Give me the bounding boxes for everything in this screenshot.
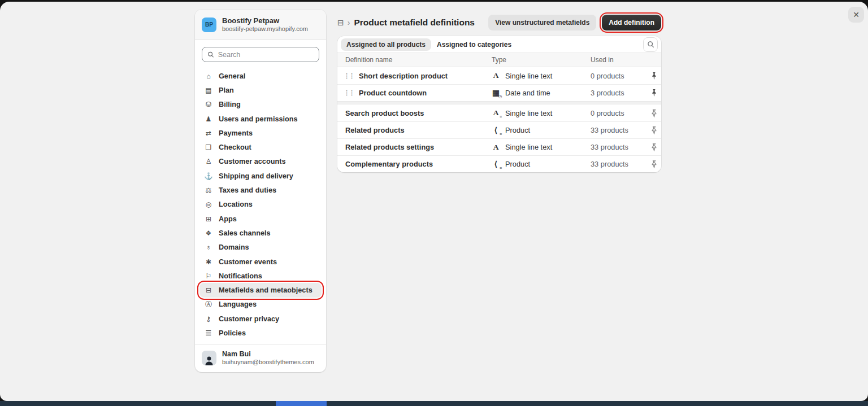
type-label: Single line text — [505, 109, 552, 117]
type-label: Product — [505, 126, 530, 134]
definition-name-cell: Complementary products — [337, 160, 492, 168]
metafield-definitions-card: Assigned to all products Assigned to cat… — [337, 36, 661, 172]
drag-handle-icon[interactable]: ⋮⋮ — [344, 90, 354, 96]
type-cell: ⟨≡ Product — [492, 159, 591, 169]
store-header[interactable]: BP Boostify Petpaw boostify-petpaw.mysho… — [195, 10, 326, 40]
pin-outline-icon[interactable] — [650, 126, 658, 134]
sidebar-item-label: Plan — [219, 86, 234, 94]
sidebar-item-customer-accounts[interactable]: ♙Customer accounts — [199, 155, 322, 169]
view-unstructured-metafields-button[interactable]: View unstructured metafields — [488, 15, 596, 30]
sidebar-item-label: Checkout — [219, 143, 251, 151]
close-button[interactable]: ✕ — [848, 7, 864, 23]
type-cell: A≡ Single line text — [492, 108, 591, 117]
pin-cell — [647, 109, 661, 117]
table-row[interactable]: Related products ⟨≡ Product 33 products — [337, 121, 661, 138]
users-icon: ♟ — [204, 115, 213, 123]
translate-icon: Ⓐ — [204, 300, 213, 309]
sidebar-item-label: Metafields and metaobjects — [219, 286, 313, 294]
date-and-time-icon: ▦◷ — [492, 88, 500, 98]
definition-name: Search product boosts — [345, 109, 424, 117]
sidebar-item-users-and-permissions[interactable]: ♟Users and permissions — [199, 112, 322, 126]
table-row[interactable]: Search product boosts A≡ Single line tex… — [337, 104, 661, 121]
metafields-box-icon: ⊟ — [204, 286, 213, 294]
type-label: Single line text — [505, 143, 552, 151]
table-row[interactable]: Related products settings A Single line … — [337, 138, 661, 155]
settings-nav: ⌂General ▤Plan ⛁Billing ♟Users and permi… — [195, 68, 326, 344]
table-row[interactable]: ⋮⋮ Short description product A Single li… — [337, 67, 661, 84]
sidebar-item-policies[interactable]: ☰Policies — [199, 326, 322, 340]
sidebar-item-apps[interactable]: ⊞Apps — [199, 212, 322, 226]
drag-handle-icon[interactable]: ⋮⋮ — [344, 73, 354, 79]
page-title: Product metafield definitions — [354, 18, 475, 28]
type-label: Date and time — [505, 89, 550, 97]
sidebar-item-label: Domains — [219, 243, 249, 251]
used-in-cell: 0 products — [591, 72, 647, 80]
person-silhouette-icon — [203, 355, 215, 365]
tab-assigned-to-categories[interactable]: Assigned to categories — [431, 38, 517, 51]
sidebar-item-customer-privacy[interactable]: ⚷Customer privacy — [199, 312, 322, 326]
sidebar-item-shipping-and-delivery[interactable]: ⚓Shipping and delivery — [199, 169, 322, 183]
sidebar-item-label: Policies — [219, 329, 246, 337]
sidebar-item-customer-events[interactable]: ✱Customer events — [199, 255, 322, 269]
used-in-cell: 33 products — [591, 143, 647, 151]
type-cell: ▦◷ Date and time — [492, 88, 591, 98]
metafields-breadcrumb-icon[interactable]: ⊟ — [337, 18, 344, 27]
single-line-text-list-icon: A≡ — [492, 108, 500, 117]
sidebar-item-general[interactable]: ⌂General — [199, 69, 322, 83]
user-footer[interactable]: Nam Bui buihuynam@boostifythemes.com — [195, 344, 326, 372]
sidebar-item-taxes-and-duties[interactable]: ⚖Taxes and duties — [199, 183, 322, 197]
location-pin-icon: ◎ — [204, 200, 213, 208]
sidebar-item-label: Sales channels — [219, 229, 271, 237]
apps-grid-icon: ⊞ — [204, 215, 213, 223]
sidebar-item-billing[interactable]: ⛁Billing — [199, 98, 322, 112]
sidebar-item-label: General — [219, 72, 245, 80]
settings-sidebar: BP Boostify Petpaw boostify-petpaw.mysho… — [195, 10, 326, 372]
tab-assigned-to-all-products[interactable]: Assigned to all products — [341, 38, 431, 51]
bell-icon: ⚐ — [204, 272, 213, 280]
globe-icon: ♁ — [204, 243, 213, 251]
user-info: Nam Bui buihuynam@boostifythemes.com — [222, 350, 314, 366]
close-icon: ✕ — [853, 10, 860, 19]
tab-bar: Assigned to all products Assigned to cat… — [337, 36, 661, 53]
used-in-cell: 33 products — [591, 126, 647, 134]
pin-filled-icon[interactable] — [650, 89, 658, 97]
add-definition-button[interactable]: Add definition — [602, 15, 661, 30]
sidebar-item-languages[interactable]: ⒶLanguages — [199, 298, 322, 312]
sidebar-item-locations[interactable]: ◎Locations — [199, 198, 322, 212]
table-search-button[interactable] — [643, 37, 658, 52]
pin-outline-icon[interactable] — [650, 143, 658, 151]
single-line-text-icon: A — [492, 71, 500, 80]
search-input[interactable] — [218, 51, 314, 59]
sidebar-item-label: Apps — [219, 215, 237, 223]
store-domain: boostify-petpaw.myshopify.com — [222, 25, 308, 33]
used-in-cell: 0 products — [591, 109, 647, 117]
used-in-cell: 33 products — [591, 160, 647, 168]
sidebar-item-domains[interactable]: ♁Domains — [199, 241, 322, 255]
table-row[interactable]: Complementary products ⟨≡ Product 33 pro… — [337, 155, 661, 172]
store-avatar: BP — [202, 18, 216, 32]
sidebar-item-notifications[interactable]: ⚐Notifications — [199, 269, 322, 283]
table-row[interactable]: ⋮⋮ Product countdown ▦◷ Date and time 3 … — [337, 84, 661, 101]
sidebar-item-metafields-and-metaobjects[interactable]: ⊟Metafields and metaobjects — [199, 283, 322, 297]
pin-outline-icon[interactable] — [650, 109, 658, 117]
sidebar-item-payments[interactable]: ⇄Payments — [199, 126, 322, 140]
settings-modal: ✕ BP Boostify Petpaw boostify-petpaw.mys… — [0, 2, 868, 401]
sidebar-item-label: Payments — [219, 129, 253, 137]
bottom-frame — [0, 401, 868, 406]
definition-name-cell: Related products — [337, 126, 492, 134]
definition-name: Related products settings — [345, 143, 434, 151]
search-icon — [207, 51, 214, 58]
product-reference-icon: ⟨≡ — [492, 125, 500, 135]
pin-cell — [647, 89, 661, 97]
pin-cell — [647, 160, 661, 168]
type-cell: A Single line text — [492, 143, 591, 152]
table-header: Definition name Type Used in — [337, 53, 661, 67]
sidebar-item-plan[interactable]: ▤Plan — [199, 83, 322, 97]
sidebar-item-sales-channels[interactable]: ❖Sales channels — [199, 226, 322, 240]
pin-filled-icon[interactable] — [650, 72, 658, 80]
sidebar-item-label: Customer privacy — [219, 315, 279, 323]
sidebar-item-checkout[interactable]: ❒Checkout — [199, 140, 322, 154]
pin-outline-icon[interactable] — [650, 160, 658, 168]
taxes-icon: ⚖ — [204, 186, 213, 194]
single-line-text-icon: A — [492, 143, 500, 152]
